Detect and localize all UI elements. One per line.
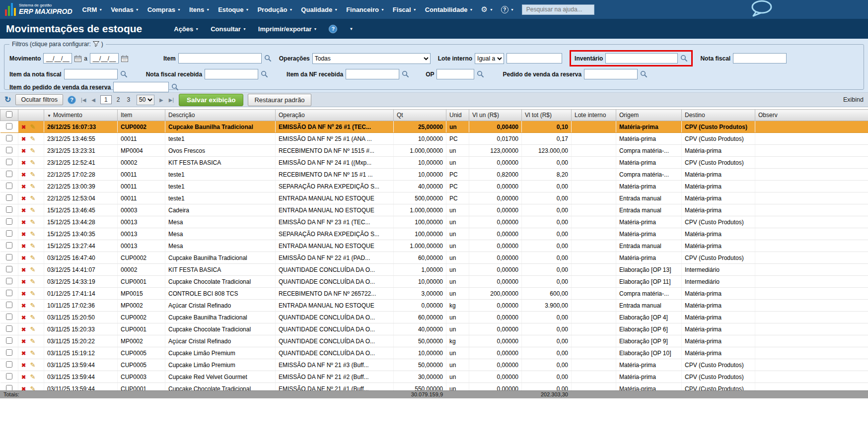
save-view-button[interactable]: Salvar exibição — [179, 94, 243, 106]
item-nota-fiscal-input[interactable] — [64, 69, 118, 79]
edit-pencil-icon[interactable]: ✎ — [30, 337, 36, 345]
page-button-2[interactable]: 2 — [115, 96, 122, 104]
op-input[interactable] — [436, 69, 474, 79]
delete-icon[interactable]: ✖ — [21, 255, 26, 261]
search-icon[interactable] — [261, 70, 268, 78]
delete-icon[interactable]: ✖ — [21, 291, 26, 297]
calendar-icon[interactable] — [121, 55, 128, 62]
row-checkbox[interactable] — [6, 135, 12, 141]
row-checkbox[interactable] — [6, 230, 12, 237]
table-row[interactable]: ✖ ✎ 03/11/25 15:20:22 MP0002 Açúcar Cris… — [0, 335, 868, 347]
delete-icon[interactable]: ✖ — [21, 231, 26, 237]
delete-icon[interactable]: ✖ — [21, 326, 26, 332]
navbar-settings-menu[interactable]: ⚙ ▼ — [481, 5, 493, 14]
table-row[interactable]: ✖ ✎ 03/11/25 15:20:33 CUP0001 Cupcake Ch… — [0, 323, 868, 335]
navbar-menu-vendas[interactable]: Vendas ▼ — [111, 6, 139, 13]
table-row[interactable]: ✖ ✎ 15/12/25 13:46:45 00003 Cadeira ENTR… — [0, 204, 868, 216]
row-checkbox[interactable] — [6, 337, 12, 344]
table-row[interactable]: ✖ ✎ 15/12/25 13:44:28 00013 Mesa EMISSÃO… — [0, 216, 868, 228]
col-lote-interno[interactable]: Lote interno — [572, 110, 616, 121]
operacoes-select[interactable]: Todas — [312, 53, 431, 64]
movimento-date-to-input[interactable] — [90, 53, 119, 63]
table-row[interactable]: ✖ ✎ 23/12/25 13:46:55 00011 teste1 EMISS… — [0, 133, 868, 145]
col-item[interactable]: Item — [118, 110, 165, 121]
table-row[interactable]: ✖ ✎ 23/12/25 12:52:41 00002 KIT FESTA BA… — [0, 157, 868, 169]
delete-icon[interactable]: ✖ — [21, 124, 26, 130]
toolbar-help-icon[interactable]: ? — [68, 96, 76, 104]
delete-icon[interactable]: ✖ — [21, 172, 26, 178]
row-checkbox[interactable] — [6, 159, 12, 165]
navbar-menu-qualidade[interactable]: Qualidade ▼ — [301, 6, 338, 13]
edit-pencil-icon[interactable]: ✎ — [30, 206, 36, 214]
row-checkbox[interactable] — [6, 183, 12, 189]
navbar-menu-produ-o[interactable]: Produção ▼ — [257, 6, 292, 13]
table-row[interactable]: ✖ ✎ 10/11/25 17:02:36 MP0002 Açúcar Cris… — [0, 300, 868, 312]
help-search-input[interactable] — [522, 4, 594, 15]
page-size-select[interactable]: 50 — [137, 95, 154, 105]
row-checkbox[interactable] — [6, 194, 12, 201]
navbar-menu-fiscal[interactable]: Fiscal ▼ — [393, 6, 417, 13]
titlebar-menu-consultar[interactable]: Consultar ▼ — [211, 25, 246, 33]
delete-icon[interactable]: ✖ — [21, 148, 26, 154]
delete-icon[interactable]: ✖ — [21, 207, 26, 213]
delete-icon[interactable]: ✖ — [21, 279, 26, 285]
delete-icon[interactable]: ✖ — [21, 195, 26, 201]
edit-pencil-icon[interactable]: ✎ — [30, 171, 36, 178]
lote-interno-input[interactable] — [506, 53, 562, 63]
row-checkbox[interactable] — [6, 314, 12, 320]
navbar-menu-estoque[interactable]: Estoque ▼ — [218, 6, 249, 13]
col-destino[interactable]: Destino — [682, 110, 755, 121]
table-row[interactable]: ✖ ✎ 03/12/25 16:47:40 CUP0002 Cupcake Ba… — [0, 252, 868, 264]
delete-icon[interactable]: ✖ — [21, 338, 26, 344]
edit-pencil-icon[interactable]: ✎ — [30, 242, 36, 250]
navbar-menu-compras[interactable]: Compras ▼ — [147, 6, 181, 13]
item-filter-input[interactable] — [178, 53, 262, 63]
delete-icon[interactable]: ✖ — [21, 374, 26, 380]
delete-icon[interactable]: ✖ — [21, 362, 26, 368]
chat-bubble-button[interactable] — [750, 0, 773, 19]
table-row[interactable]: ✖ ✎ 03/12/25 14:33:19 CUP0001 Cupcake Ch… — [0, 276, 868, 288]
delete-icon[interactable]: ✖ — [21, 184, 26, 190]
delete-icon[interactable]: ✖ — [21, 243, 26, 249]
edit-pencil-icon[interactable]: ✎ — [30, 325, 36, 333]
delete-icon[interactable]: ✖ — [21, 350, 26, 356]
col-qt[interactable]: Qt — [394, 110, 446, 121]
delete-icon[interactable]: ✖ — [21, 160, 26, 166]
pedido-venda-reserva-input[interactable] — [584, 69, 638, 79]
lote-interno-operator-select[interactable]: Igual a — [475, 53, 504, 64]
navbar-menu-financeiro[interactable]: Financeiro ▼ — [346, 6, 384, 13]
col-vl-tot[interactable]: Vl tot (R$) — [522, 110, 572, 121]
delete-icon[interactable]: ✖ — [21, 303, 26, 309]
item-pedido-venda-reserva-input[interactable] — [113, 82, 169, 92]
navbar-menu-itens[interactable]: Itens ▼ — [189, 6, 210, 13]
row-checkbox[interactable] — [6, 147, 12, 153]
row-checkbox[interactable] — [6, 254, 12, 260]
col-vl-un[interactable]: Vl un (R$) — [469, 110, 522, 121]
col-operacao[interactable]: Operação — [276, 110, 394, 121]
edit-pencil-icon[interactable]: ✎ — [30, 159, 36, 166]
col-observacao[interactable]: Observ — [755, 110, 868, 121]
select-all-checkbox[interactable] — [6, 111, 12, 118]
hide-filters-button[interactable]: Ocultar filtros — [15, 94, 63, 105]
row-checkbox[interactable] — [6, 171, 12, 177]
titlebar-menu-imprimir-exportar[interactable]: Imprimir/exportar ▼ — [258, 25, 317, 33]
table-row[interactable]: ✖ ✎ 03/11/25 15:19:12 CUP0005 Cupcake Li… — [0, 347, 868, 359]
search-icon[interactable] — [264, 55, 272, 62]
row-checkbox[interactable] — [6, 218, 12, 225]
col-origem[interactable]: Origem — [616, 110, 682, 121]
col-unid[interactable]: Unid — [446, 110, 469, 121]
movimento-date-from-input[interactable] — [43, 53, 72, 63]
table-row[interactable]: ✖ ✎ 03/11/25 15:20:50 CUP0002 Cupcake Ba… — [0, 312, 868, 323]
delete-icon[interactable]: ✖ — [21, 267, 26, 273]
edit-pencil-icon[interactable]: ✎ — [30, 194, 36, 202]
table-row[interactable]: ✖ ✎ 15/12/25 13:27:44 00013 Mesa ENTRADA… — [0, 240, 868, 252]
search-icon[interactable] — [402, 70, 409, 78]
row-checkbox[interactable] — [6, 373, 12, 380]
search-icon[interactable] — [680, 55, 688, 62]
edit-pencil-icon[interactable]: ✎ — [30, 147, 36, 154]
edit-pencil-icon[interactable]: ✎ — [30, 123, 36, 130]
chevron-down-icon[interactable]: ▼ — [349, 27, 353, 31]
restore-default-button[interactable]: Restaurar padrão — [248, 94, 311, 106]
edit-pencil-icon[interactable]: ✎ — [30, 373, 36, 380]
search-icon[interactable] — [120, 70, 128, 78]
